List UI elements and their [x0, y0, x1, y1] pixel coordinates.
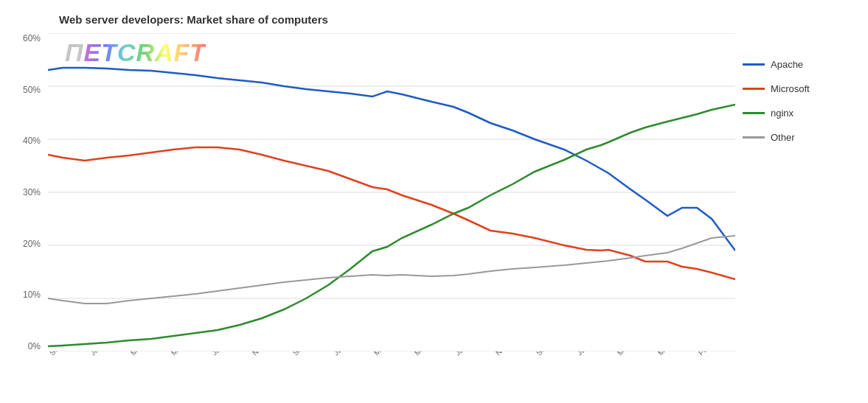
x-axis: Sep 2007 Jul 2008 May 2009 Mar 2010 Jan … — [48, 351, 735, 399]
chart-title: Web server developers: Market share of c… — [59, 13, 328, 26]
microsoft-line — [48, 147, 735, 279]
y-label-60: 60% — [23, 33, 44, 43]
legend-nginx-label: nginx — [771, 108, 794, 119]
y-label-20: 20% — [23, 239, 44, 249]
x-label-may2009: May 2009 — [129, 351, 158, 357]
legend-apache-line — [743, 63, 765, 66]
x-label-jul2008: Jul 2008 — [88, 351, 114, 357]
y-label-10: 10% — [23, 290, 44, 300]
x-label-sep2017: Sep 2017 — [535, 351, 563, 357]
y-label-50: 50% — [23, 85, 44, 95]
legend-apache-label: Apache — [771, 59, 803, 70]
x-label-jan2011: Jan 2011 — [210, 351, 237, 357]
legend-other: Other — [743, 132, 857, 143]
x-label-jul2018: Jul 2018 — [575, 351, 601, 357]
legend: Apache Microsoft nginx Other — [743, 59, 857, 156]
x-label-mar2010: Mar 2010 — [170, 351, 198, 357]
x-label-mar2015: Mar 2015 — [413, 351, 441, 357]
legend-microsoft-line — [743, 88, 765, 90]
x-label-jan2016: Jan 2016 — [454, 351, 481, 357]
legend-other-label: Other — [771, 132, 795, 143]
x-label-sep2012: Sep 2012 — [291, 351, 319, 357]
x-label-nov2016: Nov 2016 — [494, 351, 522, 357]
x-label-may2014: May 2014 — [372, 351, 401, 357]
chart-container: Web server developers: Market share of c… — [0, 0, 868, 403]
legend-microsoft-label: Microsoft — [771, 83, 810, 94]
legend-nginx-line — [743, 112, 765, 114]
x-label-feb2021: Feb 2021 — [697, 351, 725, 357]
chart-svg — [48, 33, 735, 351]
y-label-0: 0% — [28, 341, 44, 351]
x-label-sep2007: Sep 2007 — [48, 351, 76, 357]
y-label-40: 40% — [23, 136, 44, 146]
x-label-nov2011: Nov 2011 — [251, 351, 279, 357]
legend-microsoft: Microsoft — [743, 83, 857, 94]
legend-nginx: nginx — [743, 108, 857, 119]
x-label-may2019: May 2019 — [616, 351, 645, 357]
x-label-jul2013: Jul 2013 — [332, 351, 358, 357]
other-line — [48, 236, 735, 304]
x-label-mar2020: Mar 2020 — [656, 351, 684, 357]
y-axis: 60% 50% 40% 30% 20% 10% 0% — [4, 33, 44, 351]
legend-apache: Apache — [743, 59, 857, 70]
legend-other-line — [743, 136, 765, 139]
y-label-30: 30% — [23, 187, 44, 197]
apache-line — [48, 68, 735, 250]
nginx-line — [48, 105, 735, 346]
